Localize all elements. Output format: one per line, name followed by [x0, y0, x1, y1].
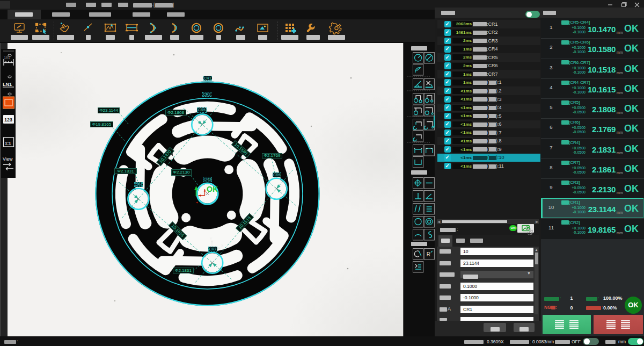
svg-text:123: 123: [4, 117, 12, 122]
svg-text:View: View: [3, 156, 13, 162]
svg-text:Y: Y: [210, 237, 212, 240]
svg-text:LN1: LN1: [3, 82, 12, 87]
svg-text:X: X: [221, 244, 223, 247]
svg-text:1 0 1: 1 0 1: [4, 56, 10, 59]
svg-text:1:1: 1:1: [5, 141, 11, 146]
svg-text:R: R: [427, 251, 430, 257]
